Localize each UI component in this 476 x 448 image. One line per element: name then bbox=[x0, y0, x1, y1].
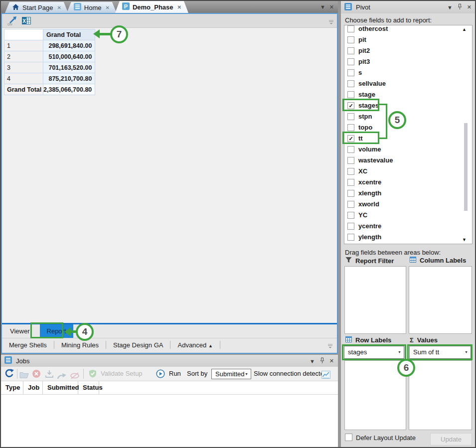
field-checkbox[interactable] bbox=[347, 69, 354, 76]
pin-icon[interactable] bbox=[457, 3, 463, 11]
pivot-panel: Pivot ▼ ✕ Choose fields to add to report… bbox=[341, 1, 475, 447]
jobs-column-job[interactable]: Job bbox=[23, 381, 43, 394]
table-grid-icon bbox=[410, 257, 416, 264]
close-icon[interactable]: ✕ bbox=[329, 4, 334, 10]
field-checkbox[interactable] bbox=[347, 212, 354, 219]
row-value: 298,691,840.00 bbox=[43, 40, 95, 51]
row-label: 2 bbox=[4, 51, 43, 62]
field-checkbox[interactable] bbox=[347, 80, 354, 87]
field-item-ylength[interactable]: ylength bbox=[344, 232, 472, 243]
pivot-title-bar: Pivot ▼ ✕ bbox=[341, 1, 475, 13]
field-checkbox[interactable] bbox=[347, 146, 354, 153]
field-label: xcentre bbox=[358, 177, 381, 188]
field-item-XC[interactable]: XC bbox=[344, 166, 472, 177]
field-label: s bbox=[358, 67, 362, 78]
field-checkbox[interactable] bbox=[347, 234, 354, 241]
field-checkbox[interactable] bbox=[347, 25, 354, 32]
field-item-othercost[interactable]: othercost bbox=[344, 25, 472, 34]
field-checkbox[interactable] bbox=[347, 47, 354, 54]
column-labels-header: Column Labels bbox=[410, 257, 466, 264]
toolbar-overflow-icon[interactable] bbox=[328, 18, 334, 27]
jobs-column-status[interactable]: Status bbox=[78, 381, 99, 394]
list-icon bbox=[4, 356, 12, 365]
export-excel-icon[interactable]: X bbox=[22, 16, 31, 27]
field-label: othercost bbox=[358, 25, 388, 34]
close-icon[interactable]: ✕ bbox=[57, 5, 61, 10]
field-checkbox[interactable] bbox=[347, 58, 354, 65]
report-filter-dropzone[interactable] bbox=[344, 266, 406, 334]
tab-label: Home bbox=[84, 4, 102, 11]
annotation-box-values bbox=[407, 344, 473, 360]
tab-home[interactable]: Home ✕ bbox=[67, 2, 117, 13]
close-icon[interactable]: ✕ bbox=[177, 4, 181, 10]
tab-stage-design-ga[interactable]: Stage Design GA bbox=[106, 338, 170, 352]
field-item-xcentre[interactable]: xcentre bbox=[344, 177, 472, 188]
field-item-sellvalue[interactable]: sellvalue bbox=[344, 78, 472, 89]
pin-icon[interactable] bbox=[319, 357, 325, 365]
field-item-pit2[interactable]: pit2 bbox=[344, 45, 472, 56]
refresh-icon[interactable] bbox=[4, 368, 14, 382]
field-item-wastevalue[interactable]: wastevalue bbox=[344, 155, 472, 166]
field-label: wastevalue bbox=[358, 155, 393, 166]
field-item-xlength[interactable]: xlength bbox=[344, 188, 472, 199]
field-checkbox[interactable] bbox=[347, 190, 354, 197]
field-label: pit bbox=[358, 34, 366, 45]
field-checkbox[interactable] bbox=[347, 201, 354, 208]
update-button[interactable]: Update bbox=[430, 433, 472, 446]
jobs-table-body bbox=[1, 395, 338, 447]
tab-mining-rules[interactable]: Mining Rules bbox=[54, 338, 106, 352]
column-labels-dropzone[interactable] bbox=[409, 266, 472, 334]
field-checkbox[interactable] bbox=[347, 168, 354, 175]
close-icon[interactable]: ✕ bbox=[329, 358, 334, 364]
field-checkbox[interactable] bbox=[347, 36, 354, 43]
field-item-xworld[interactable]: xworld bbox=[344, 199, 472, 210]
field-item-s[interactable]: s bbox=[344, 67, 472, 78]
field-item-pit3[interactable]: pit3 bbox=[344, 56, 472, 67]
field-item-volume[interactable]: volume bbox=[344, 144, 472, 155]
field-checkbox[interactable] bbox=[347, 223, 354, 230]
field-label: xlength bbox=[358, 188, 381, 199]
row-labels-header: Row Labels bbox=[345, 336, 391, 344]
tab-demo-phase[interactable]: P Demo_Phase ✕ bbox=[115, 1, 188, 13]
field-checkbox[interactable] bbox=[347, 124, 354, 131]
report-filter-header: Report Filter bbox=[345, 257, 394, 265]
jobs-column-type[interactable]: Type bbox=[1, 381, 23, 394]
chevron-down-icon[interactable]: ▼ bbox=[310, 358, 315, 364]
field-checkbox[interactable] bbox=[347, 157, 354, 164]
tab-overflow-icon[interactable] bbox=[327, 343, 333, 350]
panel-title: Pivot bbox=[356, 3, 370, 11]
chevron-down-icon: ▼ bbox=[245, 369, 248, 379]
field-item-YC[interactable]: YC bbox=[344, 210, 472, 221]
field-label: volume bbox=[358, 144, 381, 155]
validate-setup-button[interactable]: Validate Setup bbox=[101, 367, 143, 381]
row-value: 875,210,700.80 bbox=[43, 73, 95, 84]
tab-merge-shells[interactable]: Merge Shells bbox=[2, 338, 54, 352]
jobs-toolbar: Validate Setup Run Sort by Submitted ▼ S… bbox=[1, 367, 338, 381]
field-checkbox[interactable] bbox=[347, 91, 354, 98]
run-button[interactable]: Run bbox=[169, 367, 181, 381]
close-icon[interactable]: ✕ bbox=[106, 5, 110, 10]
field-item-stpn[interactable]: stpn bbox=[344, 111, 472, 122]
table-header-row: Grand Total bbox=[4, 29, 95, 40]
defer-layout-checkbox[interactable] bbox=[345, 434, 352, 441]
pivot-table-body: Grand Total 1298,691,840.002510,000,640.… bbox=[4, 29, 95, 95]
field-checkbox[interactable] bbox=[347, 179, 354, 186]
row-labels-dropzone[interactable] bbox=[344, 360, 406, 430]
field-item-pit[interactable]: pit bbox=[344, 34, 472, 45]
export-csv-icon[interactable]: csv bbox=[7, 15, 18, 28]
grand-total-column-header: Grand Total bbox=[43, 29, 95, 40]
tab-advanced[interactable]: Advanced ▲ bbox=[170, 338, 219, 352]
values-dropzone[interactable] bbox=[409, 360, 472, 430]
jobs-column-submitted[interactable]: Submitted bbox=[43, 381, 78, 394]
defer-layout-label: Defer Layout Update bbox=[356, 434, 416, 442]
field-checkbox[interactable] bbox=[347, 113, 354, 120]
chevron-down-icon[interactable]: ▼ bbox=[447, 4, 453, 10]
tab-label: Demo_Phase bbox=[133, 3, 173, 11]
tab-start-page[interactable]: Start Page ✕ bbox=[5, 2, 68, 13]
sort-by-dropdown[interactable]: Submitted ▼ bbox=[211, 369, 251, 379]
field-item-ycentre[interactable]: ycentre bbox=[344, 221, 472, 232]
report-toolbar: csv X bbox=[2, 14, 337, 28]
chevron-down-icon[interactable]: ▼ bbox=[320, 4, 325, 10]
close-icon[interactable]: ✕ bbox=[467, 4, 472, 10]
row-label: 4 bbox=[4, 73, 43, 84]
